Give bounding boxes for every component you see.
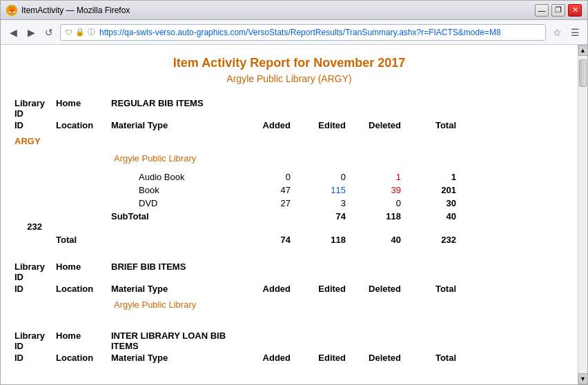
scroll-up-arrow[interactable]: ▲ xyxy=(578,45,588,56)
col-added-3: Added xyxy=(249,353,304,363)
restore-button[interactable]: ❐ xyxy=(551,4,565,17)
col-location-3: Location xyxy=(56,353,111,363)
material-type-book: Book xyxy=(111,185,249,195)
scroll-track[interactable] xyxy=(578,56,587,373)
added-dvd: 27 xyxy=(249,198,304,208)
col-added-2: Added xyxy=(249,284,304,294)
table-row: Book 47 115 39 201 xyxy=(14,185,564,195)
location-name-row-1: Argyle Public Library xyxy=(14,153,564,168)
deleted-book: 39 xyxy=(360,185,415,195)
browser-icon: 🦊 xyxy=(6,5,17,16)
subtotal-added: 74 xyxy=(304,211,360,221)
edited-book: 115 xyxy=(304,185,360,195)
section-brief-bib: Library ID Home BRIEF BIB ITEMS ID Locat… xyxy=(14,261,564,314)
col-material-3: Material Type xyxy=(111,353,249,363)
subtotal-row: SubTotal 74 118 40 232 xyxy=(14,211,564,232)
section1-col-headers: ID Location Material Type Added Edited D… xyxy=(14,120,564,130)
lock-icon: 🔒 xyxy=(75,28,85,37)
col-edited-2: Edited xyxy=(304,284,360,294)
col-added-1: Added xyxy=(249,120,304,130)
col-deleted-2: Deleted xyxy=(360,284,415,294)
col-material-1: Material Type xyxy=(111,120,249,130)
col-location-2: Location xyxy=(56,284,111,294)
total-audiobook: 1 xyxy=(415,172,470,182)
table-row: DVD 27 3 0 30 xyxy=(14,198,564,208)
material-type-audiobook: Audio Book xyxy=(111,172,249,182)
total-label: Total xyxy=(56,235,111,245)
window-controls: — ❐ ✕ xyxy=(535,4,582,17)
library-id-label-3: Library ID xyxy=(14,330,56,351)
back-icon[interactable]: ◀ xyxy=(6,26,20,39)
subtotal-label: SubTotal xyxy=(111,211,249,221)
menu-icon[interactable]: ☰ xyxy=(568,26,582,39)
added-audiobook: 0 xyxy=(249,172,304,182)
address-bar[interactable]: 🛡 🔒 ⓘ https://qa-swls-verso.auto-graphic… xyxy=(60,24,546,41)
title-bar: 🦊 ItemActivity — Mozilla Firefox — ❐ ✕ xyxy=(1,1,587,20)
forward-icon[interactable]: ▶ xyxy=(24,26,38,39)
nav-bar: ◀ ▶ ↺ 🛡 🔒 ⓘ https://qa-swls-verso.auto-g… xyxy=(1,20,587,45)
col-total-3: Total xyxy=(415,353,470,363)
url-text: https://qa-swls-verso.auto-graphics.com/… xyxy=(99,28,541,37)
location-name-2: Argyle Public Library xyxy=(111,299,249,310)
report-title: Item Activity Report for November 2017 xyxy=(14,56,564,70)
window-title: ItemActivity — Mozilla Firefox xyxy=(21,6,535,15)
total-dvd: 30 xyxy=(415,198,470,208)
section3-type-label: INTER LIBRARY LOAN BIB ITEMS xyxy=(111,330,249,351)
report-subtitle: Argyle Public Library (ARGY) xyxy=(14,73,564,84)
total-deleted: 40 xyxy=(360,235,415,245)
edited-audiobook: 0 xyxy=(304,172,360,182)
scroll-down-arrow[interactable]: ▼ xyxy=(578,373,588,384)
col-location-1: Location xyxy=(56,120,111,130)
col-edited-1: Edited xyxy=(304,120,360,130)
location-name-1: Argyle Public Library xyxy=(111,153,249,164)
home-label-1: Home xyxy=(56,98,111,119)
section1-type-label: REGULAR BIB ITEMS xyxy=(111,98,249,119)
section3-header-row1: Library ID Home INTER LIBRARY LOAN BIB I… xyxy=(14,330,564,351)
deleted-dvd: 0 xyxy=(360,198,415,208)
added-book: 47 xyxy=(249,185,304,195)
total-edited: 118 xyxy=(304,235,360,245)
scrollbar[interactable]: ▲ ▼ xyxy=(578,45,587,384)
section2-col-headers: ID Location Material Type Added Edited D… xyxy=(14,284,564,294)
refresh-icon[interactable]: ↺ xyxy=(42,26,56,39)
subtotal-edited: 118 xyxy=(360,211,415,221)
close-button[interactable]: ✕ xyxy=(568,4,582,17)
shield-icon: 🛡 xyxy=(65,28,72,37)
material-type-dvd: DVD xyxy=(111,198,249,208)
col-id-1: ID xyxy=(14,120,56,130)
location-name-row-2: Argyle Public Library xyxy=(14,299,564,314)
content-area: Item Activity Report for November 2017 A… xyxy=(1,45,587,384)
col-id-2: ID xyxy=(14,284,56,294)
home-label-2: Home xyxy=(56,261,111,282)
section2-type-label: BRIEF BIB ITEMS xyxy=(111,261,249,282)
col-edited-3: Edited xyxy=(304,353,360,363)
info-icon: ⓘ xyxy=(88,27,95,37)
col-deleted-3: Deleted xyxy=(360,353,415,363)
subtotal-deleted: 40 xyxy=(415,211,470,221)
section1-header-row1: Library ID Home REGULAR BIB ITEMS xyxy=(14,98,564,119)
col-deleted-1: Deleted xyxy=(360,120,415,130)
page-content: Item Activity Report for November 2017 A… xyxy=(1,45,578,384)
col-total-1: Total xyxy=(415,120,470,130)
total-added: 74 xyxy=(249,235,304,245)
lib-id-row: ARGY xyxy=(14,136,564,150)
minimize-button[interactable]: — xyxy=(535,4,549,17)
subtotal-total: 232 xyxy=(14,221,56,232)
total-row: Total 74 118 40 232 xyxy=(14,235,564,245)
scroll-thumb[interactable] xyxy=(579,59,587,87)
browser-window: 🦊 ItemActivity — Mozilla Firefox — ❐ ✕ ◀… xyxy=(0,0,588,385)
table-row: Audio Book 0 0 1 1 xyxy=(14,172,564,182)
bookmark-icon[interactable]: ☆ xyxy=(550,26,564,39)
library-id-label-2: Library ID xyxy=(14,261,56,282)
col-id-3: ID xyxy=(14,353,56,363)
section3-col-headers: ID Location Material Type Added Edited D… xyxy=(14,353,564,363)
section-ill-bib: Library ID Home INTER LIBRARY LOAN BIB I… xyxy=(14,330,564,363)
section2-header-row1: Library ID Home BRIEF BIB ITEMS xyxy=(14,261,564,282)
edited-dvd: 3 xyxy=(304,198,360,208)
col-material-2: Material Type xyxy=(111,284,249,294)
total-total: 232 xyxy=(415,235,470,245)
col-total-2: Total xyxy=(415,284,470,294)
lib-id-value: ARGY xyxy=(14,136,56,146)
deleted-audiobook: 1 xyxy=(360,172,415,182)
total-book: 201 xyxy=(415,185,470,195)
